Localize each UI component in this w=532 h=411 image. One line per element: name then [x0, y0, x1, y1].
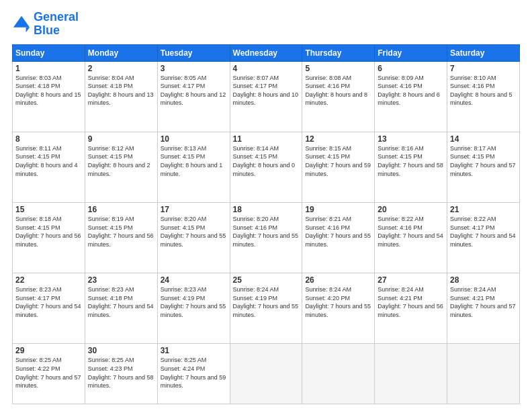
- day-info: Sunrise: 8:25 AMSunset: 4:22 PMDaylight:…: [15, 356, 82, 390]
- day-info: Sunrise: 8:25 AMSunset: 4:23 PMDaylight:…: [88, 356, 154, 390]
- day-number: 29: [15, 346, 82, 355]
- calendar-cell: 18 Sunrise: 8:20 AMSunset: 4:16 PMDaylig…: [230, 202, 302, 273]
- calendar-cell: 15 Sunrise: 8:18 AMSunset: 4:15 PMDaylig…: [13, 202, 85, 273]
- day-number: 8: [15, 134, 82, 144]
- day-number: 4: [233, 64, 300, 73]
- day-info: Sunrise: 8:10 AMSunset: 4:16 PMDaylight:…: [450, 74, 517, 107]
- page: General Blue SundayMondayTuesdayWednesda…: [0, 0, 532, 411]
- calendar-cell: 4 Sunrise: 8:07 AMSunset: 4:17 PMDayligh…: [230, 61, 302, 132]
- day-number: 17: [161, 205, 227, 214]
- day-number: 20: [378, 205, 444, 214]
- day-info: Sunrise: 8:24 AMSunset: 4:21 PMDaylight:…: [378, 285, 444, 319]
- day-number: 24: [161, 275, 227, 285]
- day-info: Sunrise: 8:18 AMSunset: 4:15 PMDaylight:…: [15, 215, 82, 248]
- calendar-cell: 13 Sunrise: 8:16 AMSunset: 4:15 PMDaylig…: [375, 132, 447, 202]
- calendar-cell: 29 Sunrise: 8:25 AMSunset: 4:22 PMDaylig…: [13, 344, 85, 404]
- calendar-cell: 25 Sunrise: 8:24 AMSunset: 4:19 PMDaylig…: [230, 273, 302, 344]
- calendar-cell: 16 Sunrise: 8:19 AMSunset: 4:15 PMDaylig…: [85, 202, 157, 273]
- day-number: 14: [450, 134, 517, 144]
- day-number: 23: [88, 275, 154, 285]
- logo-text: General Blue: [34, 11, 79, 38]
- week-row-1: 1 Sunrise: 8:03 AMSunset: 4:18 PMDayligh…: [13, 61, 520, 132]
- week-row-3: 15 Sunrise: 8:18 AMSunset: 4:15 PMDaylig…: [13, 202, 520, 273]
- calendar-cell: 10 Sunrise: 8:13 AMSunset: 4:15 PMDaylig…: [157, 132, 230, 202]
- day-info: Sunrise: 8:23 AMSunset: 4:18 PMDaylight:…: [88, 285, 154, 319]
- day-info: Sunrise: 8:23 AMSunset: 4:19 PMDaylight:…: [161, 285, 227, 319]
- calendar-cell: 9 Sunrise: 8:12 AMSunset: 4:15 PMDayligh…: [85, 132, 157, 202]
- day-info: Sunrise: 8:25 AMSunset: 4:24 PMDaylight:…: [161, 356, 227, 390]
- day-info: Sunrise: 8:16 AMSunset: 4:15 PMDaylight:…: [378, 144, 444, 178]
- calendar-cell: 11 Sunrise: 8:14 AMSunset: 4:15 PMDaylig…: [230, 132, 302, 202]
- day-info: Sunrise: 8:03 AMSunset: 4:18 PMDaylight:…: [15, 74, 82, 107]
- day-info: Sunrise: 8:04 AMSunset: 4:18 PMDaylight:…: [88, 74, 154, 107]
- svg-marker-1: [26, 27, 30, 32]
- day-info: Sunrise: 8:23 AMSunset: 4:17 PMDaylight:…: [15, 285, 82, 319]
- day-info: Sunrise: 8:20 AMSunset: 4:15 PMDaylight:…: [161, 215, 227, 248]
- day-number: 25: [233, 275, 300, 285]
- day-number: 26: [305, 275, 371, 285]
- calendar-cell: 7 Sunrise: 8:10 AMSunset: 4:16 PMDayligh…: [447, 61, 520, 132]
- day-number: 19: [305, 205, 371, 214]
- calendar-table: SundayMondayTuesdayWednesdayThursdayFrid…: [12, 44, 520, 404]
- day-info: Sunrise: 8:11 AMSunset: 4:15 PMDaylight:…: [15, 144, 82, 178]
- weekday-header-thursday: Thursday: [302, 44, 375, 61]
- day-info: Sunrise: 8:08 AMSunset: 4:16 PMDaylight:…: [305, 74, 371, 107]
- calendar-cell: 31 Sunrise: 8:25 AMSunset: 4:24 PMDaylig…: [157, 344, 230, 404]
- week-row-2: 8 Sunrise: 8:11 AMSunset: 4:15 PMDayligh…: [13, 132, 520, 202]
- day-number: 30: [88, 346, 154, 355]
- day-info: Sunrise: 8:20 AMSunset: 4:16 PMDaylight:…: [233, 215, 300, 248]
- weekday-header-tuesday: Tuesday: [157, 44, 230, 61]
- day-number: 27: [378, 275, 444, 285]
- day-number: 3: [161, 64, 227, 73]
- day-number: 9: [88, 134, 154, 144]
- calendar-cell: 30 Sunrise: 8:25 AMSunset: 4:23 PMDaylig…: [85, 344, 157, 404]
- day-info: Sunrise: 8:22 AMSunset: 4:17 PMDaylight:…: [450, 215, 517, 248]
- day-number: 22: [15, 275, 82, 285]
- day-number: 7: [450, 64, 517, 73]
- calendar-cell: 2 Sunrise: 8:04 AMSunset: 4:18 PMDayligh…: [85, 61, 157, 132]
- weekday-header-saturday: Saturday: [447, 44, 520, 61]
- day-info: Sunrise: 8:17 AMSunset: 4:15 PMDaylight:…: [450, 144, 517, 178]
- logo: General Blue: [12, 11, 79, 38]
- day-info: Sunrise: 8:19 AMSunset: 4:15 PMDaylight:…: [88, 215, 154, 248]
- day-info: Sunrise: 8:12 AMSunset: 4:15 PMDaylight:…: [88, 144, 154, 178]
- weekday-header-sunday: Sunday: [13, 44, 85, 61]
- day-info: Sunrise: 8:07 AMSunset: 4:17 PMDaylight:…: [233, 74, 300, 107]
- calendar-cell: 12 Sunrise: 8:15 AMSunset: 4:15 PMDaylig…: [302, 132, 375, 202]
- svg-marker-0: [13, 16, 30, 28]
- day-number: 2: [88, 64, 154, 73]
- calendar-cell: 3 Sunrise: 8:05 AMSunset: 4:17 PMDayligh…: [157, 61, 230, 132]
- logo-icon: [12, 15, 31, 34]
- calendar-cell: 21 Sunrise: 8:22 AMSunset: 4:17 PMDaylig…: [447, 202, 520, 273]
- weekday-header-friday: Friday: [375, 44, 447, 61]
- calendar-cell: 20 Sunrise: 8:22 AMSunset: 4:16 PMDaylig…: [375, 202, 447, 273]
- calendar-cell: 28 Sunrise: 8:24 AMSunset: 4:21 PMDaylig…: [447, 273, 520, 344]
- calendar-cell: 8 Sunrise: 8:11 AMSunset: 4:15 PMDayligh…: [13, 132, 85, 202]
- calendar-cell: 19 Sunrise: 8:21 AMSunset: 4:16 PMDaylig…: [302, 202, 375, 273]
- calendar-cell: 27 Sunrise: 8:24 AMSunset: 4:21 PMDaylig…: [375, 273, 447, 344]
- day-number: 18: [233, 205, 300, 214]
- day-number: 10: [161, 134, 227, 144]
- calendar-cell: 6 Sunrise: 8:09 AMSunset: 4:16 PMDayligh…: [375, 61, 447, 132]
- day-number: 28: [450, 275, 517, 285]
- header: General Blue: [12, 11, 520, 38]
- calendar-cell: 17 Sunrise: 8:20 AMSunset: 4:15 PMDaylig…: [157, 202, 230, 273]
- day-number: 11: [233, 134, 300, 144]
- day-number: 6: [378, 64, 444, 73]
- calendar-cell: 23 Sunrise: 8:23 AMSunset: 4:18 PMDaylig…: [85, 273, 157, 344]
- day-number: 1: [15, 64, 82, 73]
- day-info: Sunrise: 8:15 AMSunset: 4:15 PMDaylight:…: [305, 144, 371, 178]
- calendar-cell: 26 Sunrise: 8:24 AMSunset: 4:20 PMDaylig…: [302, 273, 375, 344]
- day-info: Sunrise: 8:24 AMSunset: 4:20 PMDaylight:…: [305, 285, 371, 319]
- day-number: 12: [305, 134, 371, 144]
- weekday-header-wednesday: Wednesday: [230, 44, 302, 61]
- calendar-cell: [302, 344, 375, 404]
- day-number: 15: [15, 205, 82, 214]
- day-number: 21: [450, 205, 517, 214]
- calendar-cell: 24 Sunrise: 8:23 AMSunset: 4:19 PMDaylig…: [157, 273, 230, 344]
- calendar-cell: [375, 344, 447, 404]
- day-info: Sunrise: 8:09 AMSunset: 4:16 PMDaylight:…: [378, 74, 444, 107]
- day-info: Sunrise: 8:22 AMSunset: 4:16 PMDaylight:…: [378, 215, 444, 248]
- day-info: Sunrise: 8:05 AMSunset: 4:17 PMDaylight:…: [161, 74, 227, 107]
- calendar-cell: 22 Sunrise: 8:23 AMSunset: 4:17 PMDaylig…: [13, 273, 85, 344]
